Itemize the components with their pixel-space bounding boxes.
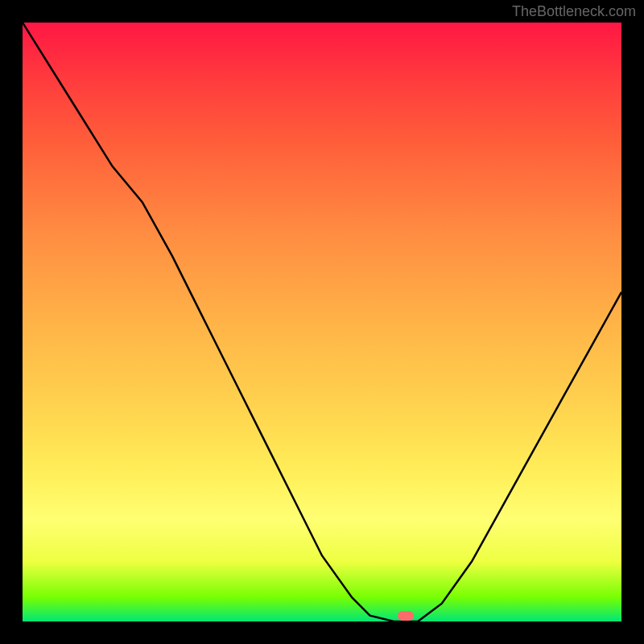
optimal-point-marker [398,611,414,621]
chart-plot-area [23,23,621,621]
watermark-text: TheBottleneck.com [512,3,636,20]
bottleneck-line [23,23,621,621]
